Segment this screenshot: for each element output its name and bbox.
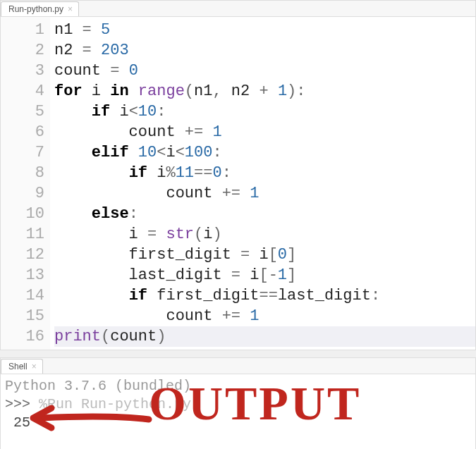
line-number: 15 — [1, 306, 44, 326]
editor-tab-label: Run-python.py — [8, 4, 63, 14]
shell-tab-bar: Shell × — [1, 358, 475, 374]
code-line[interactable]: n2 = 203 — [54, 40, 475, 61]
code-body[interactable]: n1 = 5n2 = 203count = 0for i in range(n1… — [50, 17, 475, 350]
code-line[interactable]: count += 1 — [54, 122, 475, 142]
code-line[interactable]: if first_digit==last_digit: — [54, 285, 475, 306]
line-number: 16 — [1, 326, 44, 347]
code-line[interactable]: count += 1 — [54, 306, 475, 326]
line-number: 2 — [1, 40, 44, 61]
shell-magic-command: %Run Run-python.py — [30, 396, 191, 412]
line-number: 14 — [1, 285, 44, 306]
shell-run-line: >>> %Run Run-python.py — [5, 395, 471, 414]
code-line[interactable]: if i%11==0: — [54, 163, 475, 183]
line-number: 11 — [1, 224, 44, 245]
code-line[interactable]: if i<10: — [54, 102, 475, 122]
line-number: 3 — [1, 61, 44, 81]
shell-version-line: Python 3.7.6 (bundled) — [5, 377, 471, 395]
editor-panel: Run-python.py × 12345678910111213141516 … — [0, 0, 476, 350]
line-number: 12 — [1, 245, 44, 265]
close-icon[interactable]: × — [32, 362, 37, 371]
code-line[interactable]: first_digit = i[0] — [54, 245, 475, 265]
shell-panel: Shell × Python 3.7.6 (bundled) >>> %Run … — [0, 357, 476, 449]
code-line[interactable]: i = str(i) — [54, 224, 475, 245]
shell-body[interactable]: Python 3.7.6 (bundled) >>> %Run Run-pyth… — [1, 374, 475, 449]
line-number: 5 — [1, 102, 44, 122]
shell-output: 25 — [5, 414, 471, 432]
line-number: 13 — [1, 265, 44, 285]
code-line[interactable]: for i in range(n1, n2 + 1): — [54, 81, 475, 102]
line-number: 1 — [1, 20, 44, 40]
code-line[interactable]: last_digit = i[-1] — [54, 265, 475, 285]
line-number: 6 — [1, 122, 44, 142]
line-number: 8 — [1, 163, 44, 183]
editor-tab-bar: Run-python.py × — [1, 1, 475, 17]
code-area[interactable]: 12345678910111213141516 n1 = 5n2 = 203co… — [1, 17, 475, 350]
code-line[interactable]: count += 1 — [54, 183, 475, 204]
shell-tab[interactable]: Shell × — [1, 359, 43, 374]
code-line[interactable]: count = 0 — [54, 61, 475, 81]
line-number: 4 — [1, 81, 44, 102]
code-line[interactable]: elif 10<i<100: — [54, 142, 475, 163]
line-number: 10 — [1, 204, 44, 224]
shell-prompt: >>> — [5, 396, 30, 412]
code-line[interactable]: n1 = 5 — [54, 20, 475, 40]
close-icon[interactable]: × — [68, 5, 73, 13]
code-line[interactable]: print(count) — [54, 326, 475, 347]
line-number: 7 — [1, 142, 44, 163]
editor-tab[interactable]: Run-python.py × — [1, 1, 79, 16]
shell-tab-label: Shell — [8, 362, 28, 371]
line-number-gutter: 12345678910111213141516 — [1, 17, 50, 350]
code-line[interactable]: else: — [54, 204, 475, 224]
line-number: 9 — [1, 183, 44, 204]
